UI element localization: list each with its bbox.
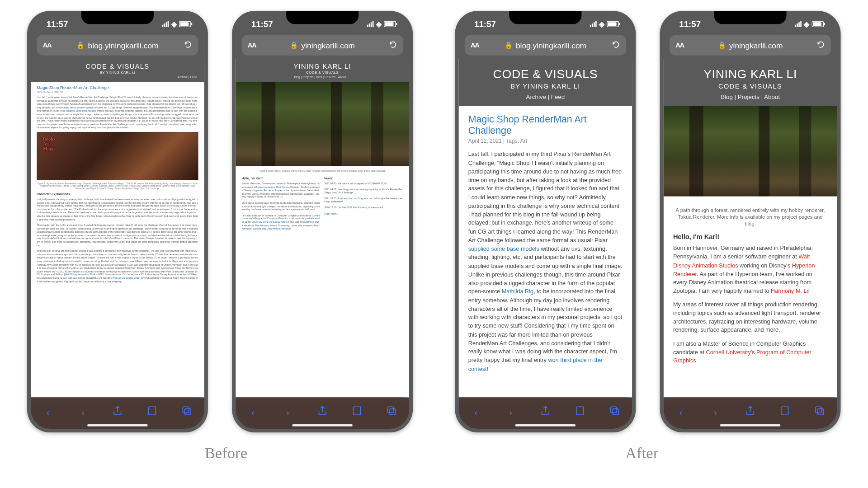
tabs-button[interactable] — [606, 404, 624, 419]
forward-button[interactable]: › — [278, 406, 297, 418]
status-time: 11:57 — [47, 19, 68, 29]
home-indicator — [515, 424, 576, 426]
notch — [286, 11, 359, 24]
site-nav[interactable]: Archive | Feed — [33, 74, 202, 79]
back-button[interactable]: ‹ — [244, 406, 262, 418]
hero-forest-image — [236, 82, 409, 166]
bookmarks-button[interactable] — [348, 404, 366, 419]
tabs-button[interactable] — [178, 404, 196, 419]
reader-aa-button[interactable]: AA — [471, 42, 479, 49]
news-item: 2020.12.10: Our Fall 2021 film, Encanto,… — [324, 206, 403, 209]
reader-aa-button[interactable]: AA — [248, 42, 256, 49]
wifi-icon: ◈ — [599, 20, 604, 28]
url-bar[interactable]: AA 🔒blog.yiningkarlli.com — [465, 35, 626, 55]
books-are-magic-text: BooksAreMagic — [43, 137, 56, 151]
bookmarks-button[interactable] — [143, 404, 161, 419]
education-paragraph: I am also a Master of Science in Compute… — [673, 339, 827, 365]
site-subtitle: BY YINING KARL LI — [462, 83, 628, 90]
site-nav[interactable]: Blog | Projects | Reel | Resume | About — [238, 74, 407, 79]
svg-rect-7 — [818, 408, 824, 414]
phone-after-blog: 11:57 ◈ AA 🔒blog.yiningkarlli.com — [455, 11, 636, 432]
refresh-button[interactable] — [612, 40, 620, 51]
news-item: 2021.04.12: New blog post about making m… — [324, 188, 403, 194]
figure-image: BooksAreMagic — [37, 132, 198, 180]
hello-heading: Hello, I'm Karl! — [242, 177, 321, 180]
post-paragraph: I originally wasn't planning on entering… — [37, 197, 198, 221]
url-text: yiningkarlli.com — [302, 41, 355, 50]
older-news-link[interactable]: Older news... — [324, 212, 403, 215]
bio-paragraph: Born in Hannover, Germany and raised in … — [673, 244, 827, 296]
forward-button[interactable]: › — [502, 406, 520, 418]
url-bar[interactable]: AA 🔒yiningkarlli.com — [242, 35, 403, 55]
signal-icon — [367, 21, 374, 27]
wifi-icon: ◈ — [804, 20, 809, 28]
post-title[interactable]: Magic Shop RenderMan Art Challenge — [37, 85, 198, 89]
hello-heading: Hello, I'm Karl! — [673, 233, 827, 240]
svg-rect-0 — [183, 407, 189, 413]
bio-paragraph: Born in Hannover, Germany and raised in … — [242, 182, 321, 199]
refresh-button[interactable] — [184, 40, 193, 51]
hero-caption: A path through a forest, rendered entire… — [673, 207, 827, 227]
phone-after-site: 11:57 ◈ AA 🔒yiningkarlli.com — [660, 11, 841, 432]
battery-icon — [384, 21, 396, 27]
site-subtitle: BY YINING KARL LI — [33, 70, 202, 74]
url-bar[interactable]: AA 🔒blog.yiningkarlli.com — [37, 35, 198, 55]
share-button[interactable] — [536, 404, 554, 419]
signal-icon — [795, 21, 802, 27]
forward-button[interactable]: › — [707, 406, 725, 418]
link-cornell[interactable]: Cornell University — [706, 349, 750, 356]
url-text: yiningkarlli.com — [729, 41, 783, 50]
reader-aa-button[interactable]: AA — [43, 42, 52, 49]
notch — [81, 11, 154, 24]
wifi-icon: ◈ — [171, 20, 177, 28]
site-title: YINING KARL LI — [667, 67, 834, 81]
label-after: After — [434, 445, 850, 463]
signal-icon — [590, 21, 597, 27]
post-paragraph: Last fall, I participated in my third Pi… — [468, 150, 623, 373]
site-nav[interactable]: Archive | Feed — [462, 94, 628, 100]
news-heading: News: — [324, 177, 403, 180]
refresh-button[interactable] — [816, 40, 825, 51]
lock-icon: 🔒 — [76, 41, 85, 49]
lock-icon: 🔒 — [505, 41, 513, 49]
site-nav[interactable]: Blog | Projects | About — [667, 94, 834, 100]
label-before: Before — [18, 445, 434, 463]
home-indicator — [87, 424, 147, 426]
post-paragraph: After playing with the rig for a few eve… — [37, 224, 198, 247]
post-title[interactable]: Magic Shop RenderMan Art Challenge — [468, 113, 623, 136]
svg-rect-5 — [613, 408, 618, 414]
status-time: 11:57 — [251, 19, 273, 29]
notch — [509, 11, 581, 24]
phone-before-blog: 11:57 ◈ AA 🔒blog.yiningkarlli.com — [27, 11, 208, 432]
bookmarks-button[interactable] — [776, 404, 794, 419]
back-button[interactable]: ‹ — [672, 406, 690, 418]
refresh-button[interactable] — [389, 40, 397, 51]
news-item: 2021.03.05: Raya and the Last Dragon is … — [324, 197, 403, 204]
forward-button[interactable]: › — [74, 406, 92, 418]
battery-icon — [607, 21, 619, 27]
back-button[interactable]: ‹ — [39, 406, 57, 418]
post-date: April 12, 2021 | Tags: Art — [37, 90, 198, 94]
tabs-button[interactable] — [811, 404, 829, 419]
reader-aa-button[interactable]: AA — [675, 42, 684, 49]
share-button[interactable] — [313, 404, 331, 419]
share-button[interactable] — [108, 404, 127, 419]
tabs-button[interactable] — [383, 404, 401, 419]
url-bar[interactable]: AA 🔒yiningkarlli.com — [670, 35, 831, 55]
hero-forest-image — [664, 106, 837, 197]
url-text: blog.yiningkarlli.com — [516, 41, 586, 50]
battery-icon — [812, 21, 824, 27]
interests-paragraph: My areas of interest cover all things pr… — [673, 300, 827, 335]
back-button[interactable]: ‹ — [467, 406, 485, 418]
link-harmony[interactable]: Harmony M. Li — [771, 287, 808, 294]
share-button[interactable] — [741, 404, 760, 419]
home-indicator — [720, 424, 780, 426]
link-base-models[interactable]: supplied some base models — [468, 245, 539, 252]
svg-rect-2 — [388, 407, 394, 413]
site-title: CODE & VISUALS — [33, 63, 202, 70]
bookmarks-button[interactable] — [571, 404, 589, 419]
site-header: YINING KARL LI CODE & VISUALS Blog | Pro… — [236, 59, 409, 82]
link-mathilda-rig[interactable]: Mathilda Rig — [502, 288, 533, 295]
battery-icon — [179, 21, 191, 27]
site-header: CODE & VISUALS BY YINING KARL LI Archive… — [458, 59, 632, 106]
